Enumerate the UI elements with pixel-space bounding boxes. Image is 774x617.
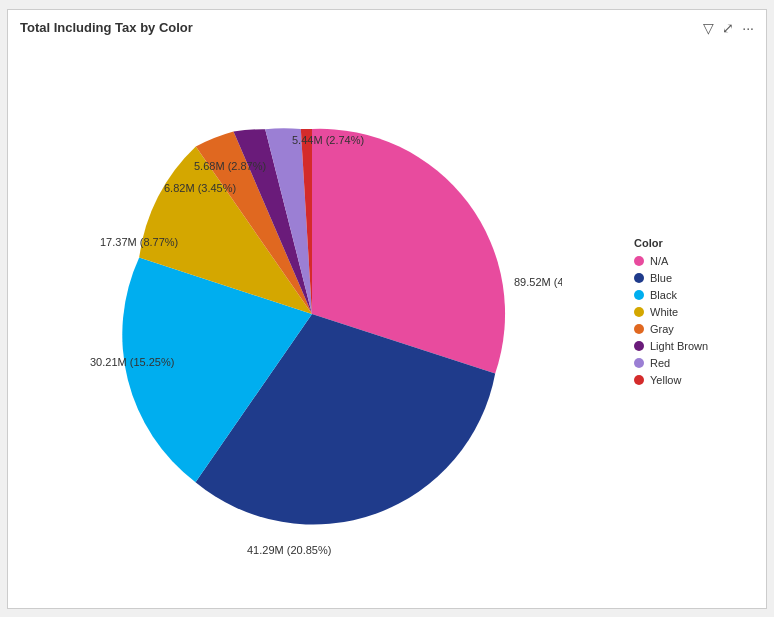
legend-item-white: White <box>634 306 754 318</box>
chart-legend: Color N/A Blue Black White Gray <box>624 237 754 391</box>
legend-dot-blue <box>634 273 644 283</box>
filter-icon[interactable]: ▽ <box>703 20 714 36</box>
chart-title: Total Including Tax by Color <box>20 20 193 35</box>
chart-card: Total Including Tax by Color ▽ ⤢ ··· <box>7 9 767 609</box>
legend-label-gray: Gray <box>650 323 674 335</box>
label-lightbrown: 5.68M (2.87%) <box>194 160 266 172</box>
legend-dot-white <box>634 307 644 317</box>
label-na: 89.52M (45.2%) <box>514 276 562 288</box>
label-white: 17.37M (8.77%) <box>100 236 178 248</box>
label-red: 5.44M (2.74%) <box>292 134 364 146</box>
legend-item-red: Red <box>634 357 754 369</box>
legend-label-na: N/A <box>650 255 668 267</box>
more-icon[interactable]: ··· <box>742 20 754 36</box>
legend-label-white: White <box>650 306 678 318</box>
label-blue: 41.29M (20.85%) <box>247 544 331 556</box>
legend-dot-yellow <box>634 375 644 385</box>
legend-item-gray: Gray <box>634 323 754 335</box>
legend-label-black: Black <box>650 289 677 301</box>
legend-label-yellow: Yellow <box>650 374 681 386</box>
header-actions: ▽ ⤢ ··· <box>703 20 754 36</box>
legend-label-blue: Blue <box>650 272 672 284</box>
legend-item-lightbrown: Light Brown <box>634 340 754 352</box>
legend-title: Color <box>634 237 754 249</box>
legend-label-lightbrown: Light Brown <box>650 340 708 352</box>
pie-container: 89.52M (45.2%) 41.29M (20.85%) 30.21M (1… <box>20 64 624 564</box>
chart-area: 89.52M (45.2%) 41.29M (20.85%) 30.21M (1… <box>20 40 754 588</box>
label-gray: 6.82M (3.45%) <box>164 182 236 194</box>
legend-dot-black <box>634 290 644 300</box>
legend-label-red: Red <box>650 357 670 369</box>
chart-header: Total Including Tax by Color ▽ ⤢ ··· <box>20 20 754 36</box>
legend-dot-gray <box>634 324 644 334</box>
legend-item-blue: Blue <box>634 272 754 284</box>
legend-item-na: N/A <box>634 255 754 267</box>
label-black: 30.21M (15.25%) <box>90 356 174 368</box>
legend-dot-red <box>634 358 644 368</box>
legend-item-black: Black <box>634 289 754 301</box>
legend-item-yellow: Yellow <box>634 374 754 386</box>
legend-dot-na <box>634 256 644 266</box>
legend-dot-lightbrown <box>634 341 644 351</box>
pie-chart-svg: 89.52M (45.2%) 41.29M (20.85%) 30.21M (1… <box>82 64 562 564</box>
expand-icon[interactable]: ⤢ <box>722 20 734 36</box>
